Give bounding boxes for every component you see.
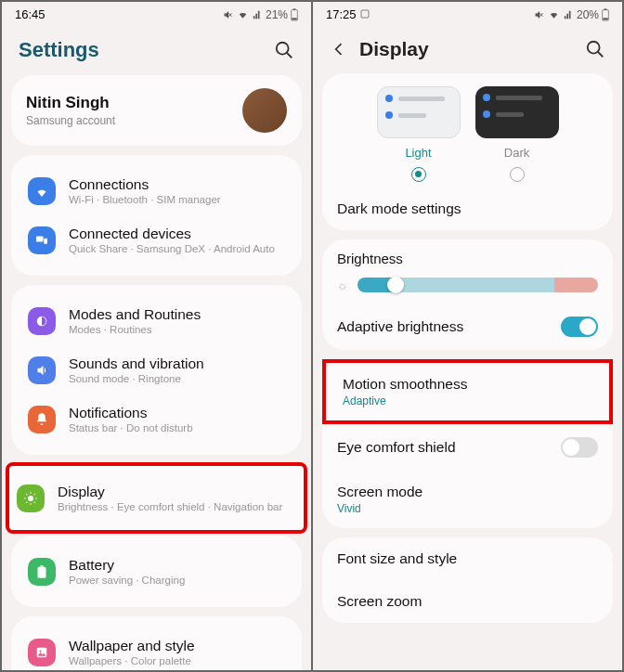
adaptive-brightness-item[interactable]: Adaptive brightness [322, 304, 613, 350]
svg-line-4 [287, 53, 292, 58]
light-label: Light [405, 146, 431, 160]
svg-rect-18 [41, 565, 44, 567]
item-title: Connections [69, 176, 285, 193]
dark-mode-settings-item[interactable]: Dark mode settings [322, 187, 613, 230]
dark-preview [475, 86, 559, 138]
battery-item[interactable]: Battery Power saving · Charging [26, 547, 287, 596]
brightness-slider[interactable] [358, 278, 598, 292]
settings-header: Settings [2, 27, 311, 75]
wifi-icon [237, 10, 249, 19]
modes-icon [28, 307, 56, 335]
svg-rect-17 [38, 566, 46, 577]
svg-point-25 [588, 42, 600, 54]
sun-icon: ☼ [337, 278, 348, 292]
wifi-icon [548, 10, 560, 19]
search-icon[interactable] [274, 40, 294, 60]
svg-line-26 [598, 52, 604, 58]
font-size-item[interactable]: Font size and style [322, 537, 613, 580]
svg-rect-5 [36, 236, 44, 241]
mute-icon [534, 9, 545, 20]
profile-card[interactable]: Nitin Singh Samsung account [11, 75, 302, 146]
status-bar: 16:45 21% [2, 2, 311, 27]
svg-line-14 [34, 501, 35, 502]
display-settings-list: Light Dark Dark mode settings Brightne [313, 73, 622, 670]
svg-rect-23 [604, 8, 607, 9]
signal-icon [563, 10, 574, 19]
settings-group: Battery Power saving · Charging [11, 536, 302, 607]
page-title: Display [359, 38, 429, 60]
wifi-settings-icon [28, 177, 56, 205]
light-theme-option[interactable]: Light [377, 86, 461, 182]
signal-icon [252, 10, 263, 19]
modes-item[interactable]: Modes and Routines Modes · Routines [26, 296, 287, 345]
screen-zoom-item[interactable]: Screen zoom [322, 580, 613, 623]
page-title: Settings [19, 38, 99, 62]
svg-line-16 [34, 494, 35, 495]
dark-label: Dark [504, 146, 529, 160]
sound-icon [28, 356, 56, 384]
display-header: Display [313, 27, 622, 73]
status-time: 16:45 [15, 7, 46, 21]
status-indicators: 21% [223, 8, 298, 21]
svg-point-3 [277, 43, 289, 55]
display-group-highlighted: Display Brightness · Eye comfort shield … [6, 462, 307, 534]
battery-icon [602, 8, 609, 21]
settings-group: Connections Wi-Fi · Bluetooth · SIM mana… [11, 155, 302, 276]
svg-rect-1 [293, 8, 296, 9]
item-sub: Wi-Fi · Bluetooth · SIM manager [69, 194, 285, 205]
sounds-item[interactable]: Sounds and vibration Sound mode · Ringto… [26, 345, 287, 394]
settings-screen: 16:45 21% Settings Nitin Singh Samsung a… [2, 2, 311, 670]
battery-text: 20% [577, 8, 599, 21]
status-time: 17:25 [326, 7, 357, 21]
slider-thumb[interactable] [387, 277, 404, 293]
search-icon[interactable] [585, 39, 605, 59]
wallpaper-item[interactable]: Wallpaper and style Wallpapers · Color p… [26, 627, 287, 670]
eye-comfort-toggle[interactable] [561, 437, 598, 458]
svg-rect-21 [361, 10, 369, 18]
light-radio[interactable] [411, 167, 426, 182]
svg-rect-6 [44, 238, 47, 243]
adaptive-brightness-toggle[interactable] [561, 317, 598, 337]
eye-comfort-item[interactable]: Eye comfort shield [322, 424, 613, 471]
profile-sub: Samsung account [26, 114, 115, 127]
wallpaper-icon [28, 639, 56, 666]
battery-settings-icon [28, 558, 56, 586]
connected-devices-item[interactable]: Connected devices Quick Share · Samsung … [26, 215, 287, 265]
settings-group: Modes and Routines Modes · Routines Soun… [11, 285, 302, 455]
brightness-label: Brightness [337, 251, 598, 266]
battery-icon [291, 8, 298, 21]
devices-icon [28, 226, 56, 254]
theme-selector-card: Light Dark Dark mode settings [322, 73, 613, 230]
svg-rect-24 [603, 18, 607, 19]
profile-name: Nitin Singh [26, 94, 115, 112]
dark-radio[interactable] [510, 167, 525, 182]
brightness-card: Brightness ☼ Adaptive brightness [322, 239, 613, 350]
settings-group: Wallpaper and style Wallpapers · Color p… [11, 616, 302, 670]
mute-icon [223, 9, 234, 20]
screen-mode-item[interactable]: Screen mode Vivid [322, 471, 613, 528]
battery-text: 21% [266, 8, 288, 21]
light-preview [377, 86, 461, 138]
font-zoom-card: Font size and style Screen zoom [322, 537, 613, 623]
brightness-row: Brightness ☼ [322, 239, 613, 304]
status-bar: 17:25 20% [313, 2, 622, 27]
motion-smoothness-item[interactable]: Motion smoothness Adaptive [332, 370, 604, 413]
display-item[interactable]: Display Brightness · Eye comfort shield … [15, 473, 298, 523]
display-screen: 17:25 20% Display Light [313, 2, 622, 670]
status-indicators: 20% [534, 8, 609, 21]
settings-list: Nitin Singh Samsung account Connections … [2, 75, 311, 670]
connections-item[interactable]: Connections Wi-Fi · Bluetooth · SIM mana… [26, 166, 287, 215]
svg-rect-2 [292, 18, 296, 19]
notification-icon [28, 406, 56, 433]
svg-point-20 [39, 650, 41, 652]
avatar [242, 88, 287, 133]
dark-theme-option[interactable]: Dark [475, 86, 559, 182]
profile-info: Nitin Singh Samsung account [26, 94, 115, 127]
back-icon[interactable] [330, 40, 348, 58]
svg-line-15 [26, 501, 27, 502]
svg-point-8 [28, 496, 33, 501]
display-icon [17, 485, 45, 512]
svg-line-13 [26, 494, 27, 495]
display-options-card: Motion smoothness Adaptive Eye comfort s… [322, 359, 613, 528]
notifications-item[interactable]: Notifications Status bar · Do not distur… [26, 394, 287, 444]
